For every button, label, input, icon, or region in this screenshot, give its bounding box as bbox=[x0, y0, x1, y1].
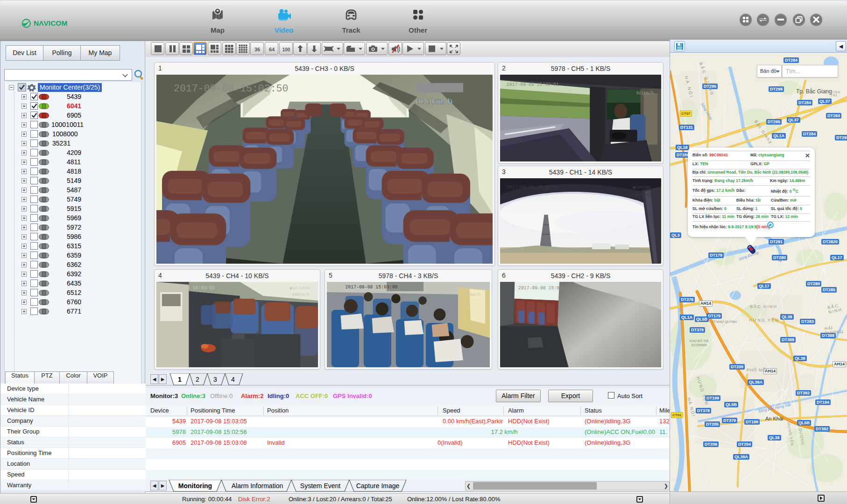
svg-text:◆12.5439: ◆12.5439 bbox=[289, 286, 310, 291]
svg-text:36: 36 bbox=[254, 47, 260, 52]
svg-text:2017-09-08 15:03:06: 2017-09-08 15:03:06 bbox=[345, 285, 397, 290]
svg-text:4: 4 bbox=[231, 376, 235, 383]
svg-text:000km/h: 000km/h bbox=[292, 293, 310, 297]
svg-text:1: 1 bbox=[178, 376, 182, 383]
svg-text:2017-09-08 15:03:01: 2017-09-08 15:03:01 bbox=[518, 286, 570, 291]
svg-text:2017-09-08 15:02:50: 2017-09-08 15:02:50 bbox=[174, 83, 288, 94]
svg-text:100: 100 bbox=[282, 47, 290, 52]
svg-text:015km/h: 015km/h bbox=[463, 293, 480, 297]
svg-text:000km/h: 000km/h bbox=[416, 97, 453, 107]
svg-text:2017-09-08 15:02:51: 2017-09-08 15:02:51 bbox=[507, 82, 559, 87]
svg-text:System Event: System Event bbox=[300, 482, 340, 490]
svg-text:021km/h: 021km/h bbox=[636, 91, 654, 96]
svg-text:Monitoring: Monitoring bbox=[178, 482, 212, 490]
svg-text:Alarm Information: Alarm Information bbox=[232, 482, 283, 490]
svg-text:◆CU0489: ◆CU0489 bbox=[633, 185, 651, 190]
svg-text:2017-09-08 15:03:01: 2017-09-08 15:03:01 bbox=[162, 286, 215, 291]
svg-text:3: 3 bbox=[213, 376, 217, 383]
svg-text:◆12.5439: ◆12.5439 bbox=[632, 286, 653, 291]
svg-text:Capture Image: Capture Image bbox=[356, 482, 400, 490]
svg-text:2: 2 bbox=[196, 376, 199, 383]
svg-text:000km/h: 000km/h bbox=[635, 193, 652, 197]
svg-text:64: 64 bbox=[269, 47, 275, 52]
svg-text:2017-09-08 15:08:01: 2017-09-08 15:08:01 bbox=[507, 185, 559, 190]
svg-text:000km/h: 000km/h bbox=[635, 294, 652, 298]
